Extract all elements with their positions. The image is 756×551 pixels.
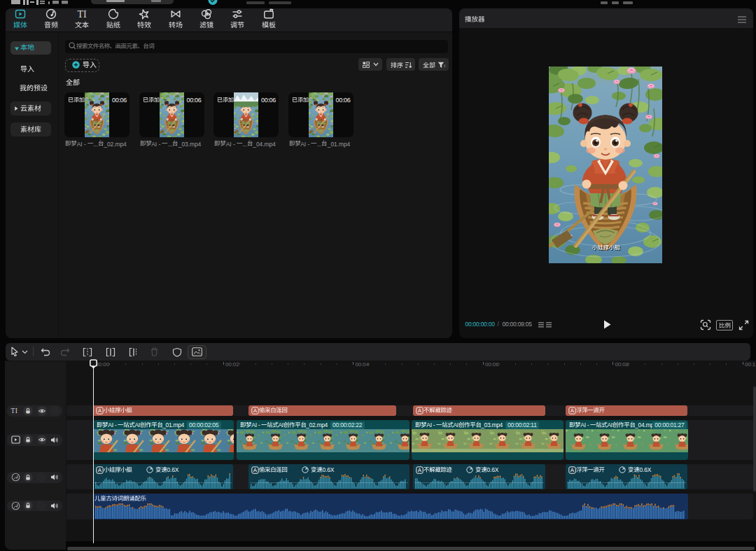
svg-text:TI: TI xyxy=(78,9,88,20)
